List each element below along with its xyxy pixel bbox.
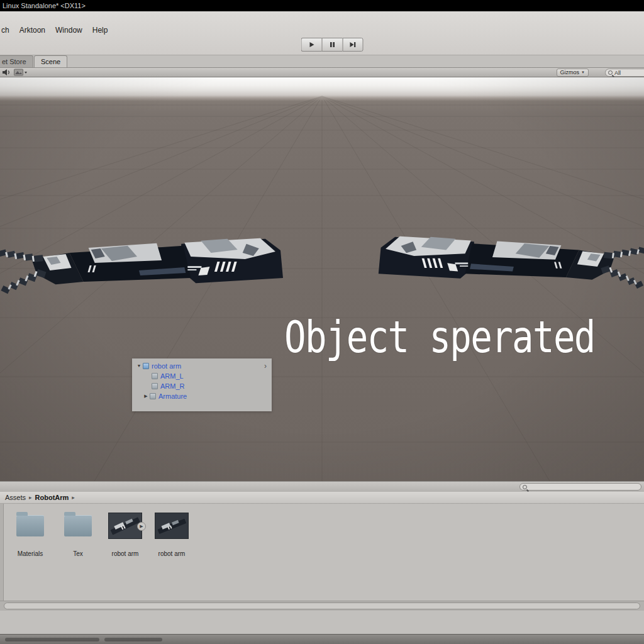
step-button[interactable] (343, 38, 364, 52)
play-icon (309, 42, 315, 48)
breadcrumb-separator-icon: ▸ (29, 494, 32, 501)
overlay-caption: Object sperated (284, 311, 595, 363)
status-bar (0, 634, 644, 644)
magnifier-icon (608, 70, 613, 75)
asset-item-materials[interactable]: Materials (8, 509, 52, 557)
object-cube-icon (150, 393, 156, 399)
hierarchy-popup: ▼ robot arm › ARM_L ARM_R ▶ Armature (132, 358, 272, 411)
scene-search-input[interactable]: All (605, 69, 644, 77)
project-search-input[interactable] (519, 483, 641, 491)
menu-item-partial[interactable]: ch (0, 25, 14, 36)
hierarchy-item-armature[interactable]: ▶ Armature (132, 391, 272, 401)
render-mode-dropdown[interactable] (14, 69, 28, 77)
tab-scene[interactable]: Scene (34, 55, 67, 67)
asset-label: robot arm (150, 550, 194, 557)
transport-controls (301, 38, 364, 52)
magnifier-icon (523, 485, 527, 489)
hierarchy-child-label: ARM_L (160, 371, 184, 381)
disclosure-closed-icon[interactable]: ▶ (143, 391, 149, 401)
scene-toolbar: Gizmos ▼ All (0, 67, 644, 77)
menu-item-window[interactable]: Window (50, 25, 87, 36)
object-cube-icon (152, 373, 158, 379)
chevron-down-icon: ▼ (581, 69, 585, 76)
prefab-thumbnail: ▶ (108, 513, 142, 539)
disclosure-open-icon[interactable]: ▼ (136, 361, 142, 371)
prefab-cube-icon (143, 363, 149, 369)
model-thumbnail (155, 513, 189, 539)
hierarchy-child-label: Armature (158, 391, 187, 401)
hscrollbar-thumb[interactable] (4, 602, 640, 609)
pause-icon (330, 42, 336, 48)
window-titlebar: Linux Standalone* <DX11> (0, 0, 644, 11)
scene-viewport[interactable]: Object sperated ▼ robot arm › ARM_L ARM_… (0, 77, 644, 481)
hierarchy-child-label: ARM_R (160, 381, 185, 391)
unity-editor-window: Linux Standalone* <DX11> ch Arktoon Wind… (0, 0, 644, 644)
project-asset-grid: Materials Tex ▶ (0, 504, 644, 601)
asset-item-robot-arm-model[interactable]: robot arm (150, 509, 194, 557)
play-button[interactable] (301, 38, 322, 52)
dock-tabs: et Store Scene (0, 55, 644, 67)
menubar: ch Arktoon Window Help (0, 24, 113, 36)
robot-arm-model-left[interactable] (0, 230, 286, 300)
object-cube-icon (152, 383, 158, 389)
breadcrumb-assets[interactable]: Assets (5, 494, 26, 501)
hierarchy-root-label: robot arm (152, 361, 181, 371)
asset-label: robot arm (103, 550, 147, 557)
tab-scene-label: Scene (41, 58, 60, 65)
asset-label: Tex (56, 550, 100, 557)
editor-chrome: ch Arktoon Window Help (0, 11, 644, 55)
project-hscrollbar (0, 601, 644, 611)
asset-item-tex[interactable]: Tex (56, 509, 100, 557)
folder-tree-edge (0, 504, 4, 601)
gizmos-label: Gizmos (560, 69, 580, 76)
window-title: Linux Standalone* <DX11> (3, 2, 86, 9)
step-icon (350, 42, 357, 48)
gizmos-dropdown[interactable]: Gizmos ▼ (557, 69, 589, 77)
audio-toggle-button[interactable] (2, 69, 11, 77)
project-breadcrumb: Assets ▸ RobotArm ▸ (0, 492, 644, 504)
pause-button[interactable] (322, 38, 343, 52)
asset-label: Materials (8, 550, 52, 557)
tab-asset-store[interactable]: et Store (0, 55, 33, 67)
breadcrumb-robotarm[interactable]: RobotArm (35, 494, 69, 501)
folder-icon (16, 515, 44, 536)
robot-arm-model-right[interactable] (376, 228, 644, 294)
status-text-smudge (5, 638, 99, 641)
folder-icon (64, 515, 92, 536)
hierarchy-item-root[interactable]: ▼ robot arm › (132, 361, 272, 371)
project-panel-footer-gap (0, 611, 644, 634)
status-text-smudge (104, 638, 162, 641)
asset-item-robot-arm-prefab[interactable]: ▶ robot arm (103, 509, 147, 557)
hierarchy-item-arm-r[interactable]: ARM_R (132, 381, 272, 391)
tab-asset-store-label: et Store (2, 58, 26, 65)
breadcrumb-separator-icon: ▸ (72, 494, 75, 501)
chevron-right-icon[interactable]: › (264, 361, 267, 371)
prefab-expand-arrow[interactable]: ▶ (137, 522, 146, 531)
hierarchy-item-arm-l[interactable]: ARM_L (132, 371, 272, 381)
scene-search-scope-label: All (614, 70, 621, 76)
menu-item-arktoon[interactable]: Arktoon (14, 25, 50, 36)
menu-item-help[interactable]: Help (87, 25, 113, 36)
project-toolbar (0, 481, 644, 492)
